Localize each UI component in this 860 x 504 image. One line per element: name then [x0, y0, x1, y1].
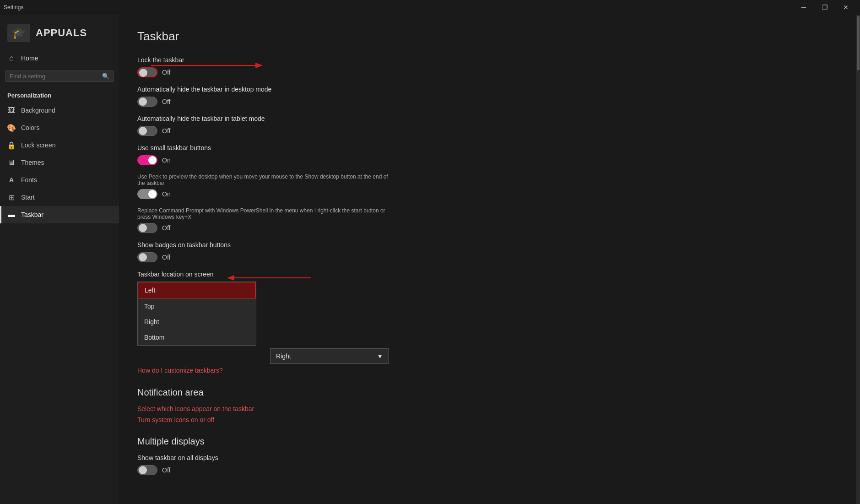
small-buttons-label: Use small taskbar buttons [137, 144, 838, 152]
taskbar-label: Taskbar [21, 211, 43, 218]
app-wrapper: 🎓 APPUALS ⌂ Home 🔍 Personalization 🖼 Bac… [0, 15, 860, 504]
lock-taskbar-state: Off [162, 69, 170, 76]
customize-taskbars-link[interactable]: How do I customize taskbars? [137, 367, 223, 374]
small-buttons-toggle[interactable] [137, 155, 157, 165]
taskbar-location-section: Taskbar location on screen Left [137, 271, 838, 374]
scrollbar[interactable] [856, 15, 860, 504]
dropdown-option-left[interactable]: Left [138, 282, 256, 298]
second-dropdown-value: Right [276, 352, 291, 360]
setting-small-buttons: Use small taskbar buttons On [137, 144, 838, 165]
start-label: Start [21, 194, 35, 201]
powershell-state: Off [162, 224, 170, 232]
second-dropdown-select[interactable]: Right ▼ [270, 348, 389, 364]
app-title: Settings [4, 4, 23, 11]
background-icon: 🖼 [7, 106, 16, 114]
taskbar-location-dropdown[interactable]: Left Top Right Bottom [137, 282, 256, 346]
maximize-button[interactable]: ❐ [814, 0, 835, 15]
show-all-displays-toggle[interactable] [137, 465, 157, 475]
hide-desktop-label: Automatically hide the taskbar in deskto… [137, 86, 838, 93]
hide-tablet-toggle[interactable] [137, 126, 157, 136]
title-bar-left: Settings [4, 4, 23, 11]
setting-powershell: Replace Command Prompt with Windows Powe… [137, 207, 838, 233]
minimize-button[interactable]: ─ [793, 0, 814, 15]
start-icon: ⊞ [7, 193, 16, 201]
scrollbar-thumb[interactable] [857, 16, 860, 70]
multiple-displays-heading: Multiple displays [137, 436, 838, 447]
setting-badges: Show badges on taskbar buttons Off [137, 241, 838, 262]
title-bar: Settings ─ ❐ ✕ [0, 0, 860, 15]
page-title: Taskbar [137, 29, 838, 43]
show-all-displays-label: Show taskbar on all displays [137, 454, 838, 461]
toggle-knob [139, 253, 147, 261]
colors-icon: 🎨 [7, 124, 16, 132]
sidebar-item-colors[interactable]: 🎨 Colors [0, 119, 119, 136]
sidebar-logo: 🎓 APPUALS [0, 18, 119, 49]
setting-peek: Use Peek to preview the desktop when you… [137, 173, 838, 199]
powershell-toggle[interactable] [137, 223, 157, 233]
logo-icon: 🎓 [7, 24, 30, 42]
themes-label: Themes [21, 159, 44, 166]
toggle-knob [139, 127, 147, 135]
search-box[interactable]: 🔍 [5, 70, 114, 82]
lock-screen-icon: 🔒 [7, 141, 16, 149]
multiple-displays-section: Multiple displays Show taskbar on all di… [137, 436, 838, 475]
peek-label: Use Peek to preview the desktop when you… [137, 173, 394, 186]
title-bar-controls: ─ ❐ ✕ [793, 0, 856, 15]
peek-toggle[interactable] [137, 189, 157, 199]
close-button[interactable]: ✕ [835, 0, 856, 15]
hide-desktop-toggle[interactable] [137, 97, 157, 107]
chevron-down-icon: ▼ [377, 352, 383, 360]
home-label: Home [21, 54, 38, 62]
home-icon: ⌂ [7, 54, 16, 62]
sidebar-item-taskbar[interactable]: ▬ Taskbar [0, 206, 119, 223]
sidebar-item-home[interactable]: ⌂ Home [0, 49, 119, 67]
sidebar-section-label: Personalization [0, 86, 119, 102]
sidebar-item-start[interactable]: ⊞ Start [0, 189, 119, 206]
toggle-knob [139, 224, 147, 232]
hide-desktop-toggle-row: Off [137, 97, 838, 107]
sidebar-item-lock-screen[interactable]: 🔒 Lock screen [0, 136, 119, 154]
powershell-label: Replace Command Prompt with Windows Powe… [137, 207, 394, 220]
badges-toggle-row: Off [137, 252, 838, 262]
lock-taskbar-toggle-row: Off [137, 67, 838, 77]
select-icons-link[interactable]: Select which icons appear on the taskbar [137, 405, 838, 412]
setting-lock-taskbar: Lock the taskbar Off [137, 56, 838, 77]
toggle-knob [139, 466, 147, 474]
setting-hide-tablet: Automatically hide the taskbar in tablet… [137, 115, 838, 136]
taskbar-icon: ▬ [7, 211, 16, 219]
toggle-knob [148, 156, 157, 164]
show-all-displays-toggle-row: Off [137, 465, 838, 475]
main-content: Taskbar Lock the taskbar Off [119, 15, 856, 504]
powershell-toggle-row: Off [137, 223, 838, 233]
dropdown-option-top[interactable]: Top [138, 298, 256, 314]
themes-icon: 🖥 [7, 158, 16, 167]
second-dropdown-area: Right ▼ [270, 348, 389, 364]
sidebar-item-themes[interactable]: 🖥 Themes [0, 154, 119, 171]
sidebar-item-background[interactable]: 🖼 Background [0, 102, 119, 119]
sidebar-item-fonts[interactable]: A Fonts [0, 171, 119, 189]
background-label: Background [21, 107, 55, 114]
fonts-icon: A [7, 176, 16, 184]
toggle-knob [139, 98, 147, 106]
small-buttons-toggle-row: On [137, 155, 838, 165]
dropdown-option-bottom[interactable]: Bottom [138, 330, 256, 345]
lock-taskbar-toggle[interactable] [137, 67, 157, 77]
system-icons-link[interactable]: Turn system icons on or off [137, 416, 838, 423]
hide-desktop-state: Off [162, 98, 170, 105]
search-icon: 🔍 [102, 73, 109, 80]
toggle-knob [148, 190, 157, 198]
dropdown-option-right[interactable]: Right [138, 314, 256, 330]
lock-screen-label: Lock screen [21, 141, 55, 149]
logo-text: APPUALS [36, 27, 87, 39]
lock-taskbar-label: Lock the taskbar [137, 56, 838, 64]
badges-toggle[interactable] [137, 252, 157, 262]
hide-tablet-label: Automatically hide the taskbar in tablet… [137, 115, 838, 122]
toggle-knob [139, 69, 147, 77]
search-input[interactable] [10, 73, 99, 80]
peek-toggle-row: On [137, 189, 838, 199]
peek-state: On [162, 190, 171, 198]
sidebar: 🎓 APPUALS ⌂ Home 🔍 Personalization 🖼 Bac… [0, 15, 119, 504]
notification-area-section: Notification area Select which icons app… [137, 387, 838, 423]
badges-label: Show badges on taskbar buttons [137, 241, 838, 249]
setting-hide-desktop: Automatically hide the taskbar in deskto… [137, 86, 838, 107]
